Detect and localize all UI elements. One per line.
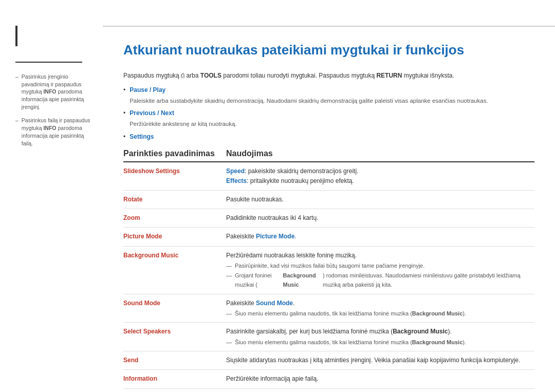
col-name-header: Parinkties pavadinimas [123,149,226,158]
bullet-item-pause-play: Pause / Play Paleiskite arba sustabdykit… [123,85,534,105]
table-row: Rotate Pasukite nuotraukas. [123,191,534,209]
bullet-item-settings: Settings [123,132,534,141]
row-name-send: Send [123,356,226,364]
table-section: Parinkties pavadinimas Naudojimas Slides… [123,149,534,389]
row-desc-send: Siųskite atidarytas nuotraukas į kitą at… [226,356,534,365]
sidebar: Pasirinkus įrenginio pavadinimą ir paspa… [0,21,103,392]
sidebar-item-2: Pasirinkus failą ir paspaudus mygtuką IN… [15,117,92,147]
main-content: Atkuriant nuotraukas pateikiami mygtukai… [103,26,555,392]
row-name-information: Information [123,374,226,382]
sidebar-divider [15,62,82,63]
row-name-slideshow: Slideshow Settings [123,166,226,175]
row-name-sound-mode: Sound Mode [123,298,226,307]
table-row: Slideshow Settings Speed: pakeiskite ska… [123,162,534,191]
table-row: Select Speakers Pasirinkite garsiakalbį,… [123,323,534,351]
table-row: Information Peržiūrėkite informaciją api… [123,370,534,388]
row-desc-zoom: Padidinkite nuotraukas iki 4 kartų. [226,213,534,223]
row-name-rotate: Rotate [123,195,226,203]
row-desc-sound-mode: Pakeiskite Sound Mode. Šiuo meniu elemen… [226,298,534,319]
sidebar-bar [15,26,17,46]
row-desc-picture-mode: Pakeiskite Picture Mode. [226,232,534,241]
row-desc-slideshow: Speed: pakeiskite skaidrių demonstracijo… [226,166,534,186]
row-desc-information: Peržiūrėkite informaciją apie failą. [226,374,534,384]
sidebar-item-1: Pasirinkus įrenginio pavadinimą ir paspa… [15,73,92,110]
bullet-list: Pause / Play Paleiskite arba sustabdykit… [123,85,534,141]
table-row: Picture Mode Pakeiskite Picture Mode. [123,228,534,246]
table-row: Zoom Padidinkite nuotraukas iki 4 kartų. [123,209,534,228]
page-title: Atkuriant nuotraukas pateikiami mygtukai… [123,42,534,58]
table-header: Parinkties pavadinimas Naudojimas [123,149,534,162]
row-desc-select-speakers: Pasirinkite garsiakalbį, per kurį bus le… [226,327,534,347]
intro-paragraph: Paspaudus mygtuką ⎙ arba TOOLS parodomi … [123,71,534,80]
row-desc-bg-music: Peržiūrėdami nuotraukas leiskite foninę … [226,251,534,290]
row-name-bg-music: Background Music [123,251,226,259]
col-usage-header: Naudojimas [226,149,534,158]
table-row: Background Music Peržiūrėdami nuotraukas… [123,247,534,294]
table-row: Sound Mode Pakeiskite Sound Mode. Šiuo m… [123,294,534,323]
table-row: Send Siųskite atidarytas nuotraukas į ki… [123,351,534,370]
row-name-select-speakers: Select Speakers [123,327,226,335]
bullet-item-prev-next: Previous / Next Peržiūrėkite ankstesnę a… [123,108,534,128]
row-name-zoom: Zoom [123,213,226,221]
row-desc-rotate: Pasukite nuotraukas. [226,195,534,204]
row-name-picture-mode: Picture Mode [123,232,226,240]
